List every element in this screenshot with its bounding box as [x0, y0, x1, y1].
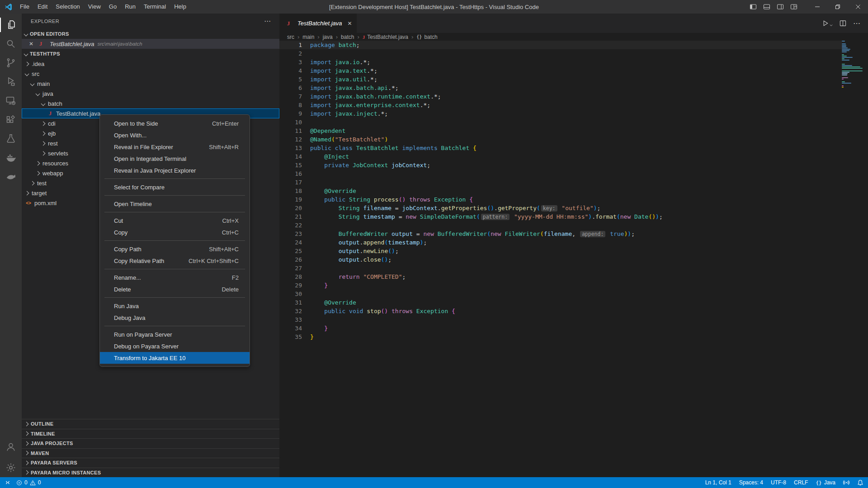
- context-menu-item-cut[interactable]: CutCtrl+X: [100, 215, 250, 226]
- breadcrumb-item[interactable]: {}batch: [416, 34, 437, 40]
- remote-indicator-icon[interactable]: [5, 479, 11, 486]
- run-button[interactable]: [822, 20, 833, 27]
- breadcrumb-item[interactable]: JTestBatchlet.java: [363, 34, 408, 40]
- status-eol[interactable]: CRLF: [794, 479, 808, 486]
- remote-explorer-icon[interactable]: [0, 91, 22, 110]
- status-notifications[interactable]: [857, 479, 863, 486]
- context-menu-item-reveal-in-java-project-explorer[interactable]: Reveal in Java Project Explorer: [100, 164, 250, 176]
- more-actions-icon[interactable]: ⋯: [853, 19, 861, 28]
- problems-indicator[interactable]: 0 0: [16, 479, 41, 486]
- context-menu-item-open-in-integrated-terminal[interactable]: Open in Integrated Terminal: [100, 153, 250, 164]
- toggle-sidebar-icon[interactable]: [748, 0, 759, 14]
- context-menu-item-run-on-payara-server[interactable]: Run on Payara Server: [100, 328, 250, 340]
- context-menu-item-open-timeline[interactable]: Open Timeline: [100, 198, 250, 210]
- bell-icon: [857, 479, 863, 486]
- context-menu-item-delete[interactable]: DeleteDelete: [100, 283, 250, 295]
- status-encoding[interactable]: UTF-8: [771, 479, 786, 486]
- tree-item-batch[interactable]: batch: [22, 99, 279, 108]
- menu-run[interactable]: Run: [121, 0, 140, 14]
- close-tab-icon[interactable]: ✕: [348, 20, 352, 27]
- close-editor-icon[interactable]: ✕: [28, 41, 34, 47]
- context-menu-item-copy[interactable]: CopyCtrl+C: [100, 226, 250, 238]
- context-menu-item-run-java[interactable]: Run Java: [100, 300, 250, 312]
- status-language[interactable]: {}Java: [816, 479, 835, 486]
- settings-icon[interactable]: [0, 458, 22, 477]
- tab-testbatchlet[interactable]: J TestBatchlet.java ✕: [279, 14, 357, 33]
- project-root-header[interactable]: TESTHTTPS: [22, 49, 279, 59]
- accounts-icon[interactable]: [0, 437, 22, 456]
- status-label: UTF-8: [771, 479, 786, 486]
- payara-icon[interactable]: [0, 167, 22, 186]
- code-text: import java.util.*;: [302, 75, 377, 84]
- minimize-button[interactable]: [807, 0, 827, 14]
- close-window-button[interactable]: [848, 0, 868, 14]
- menu-view[interactable]: View: [84, 0, 105, 14]
- menu-help[interactable]: Help: [170, 0, 190, 14]
- chevron-right-icon: [25, 191, 29, 195]
- open-editors-header[interactable]: OPEN EDITORS: [22, 29, 279, 39]
- menu-item-shortcut: Shift+Alt+R: [209, 144, 239, 150]
- explorer-more-actions-icon[interactable]: ⋯: [264, 17, 271, 25]
- customize-layout-icon[interactable]: [788, 0, 799, 14]
- breadcrumb-item[interactable]: java: [323, 34, 333, 40]
- split-editor-icon[interactable]: [840, 20, 846, 27]
- error-count: 0: [24, 479, 28, 486]
- section-payara-servers[interactable]: PAYARA SERVERS: [22, 458, 279, 468]
- context-menu-item-transform-to-jakarta-ee-10[interactable]: Transform to Jakarta EE 10: [100, 352, 250, 364]
- section-payara-micro-instances[interactable]: PAYARA MICRO INSTANCES: [22, 468, 279, 478]
- context-menu-item-debug-java[interactable]: Debug Java: [100, 312, 250, 324]
- menu-go[interactable]: Go: [105, 0, 121, 14]
- context-menu-item-copy-relative-path[interactable]: Copy Relative PathCtrl+K Ctrl+Shift+C: [100, 255, 250, 267]
- breadcrumb-separator-icon: ›: [357, 33, 359, 40]
- restore-button[interactable]: [827, 0, 848, 14]
- status-right: Ln 1, Col 1Spaces: 4UTF-8CRLF{}Java: [705, 479, 863, 486]
- tree-item-java[interactable]: java: [22, 89, 279, 99]
- section-maven[interactable]: MAVEN: [22, 448, 279, 458]
- code-line-14: 14 @Inject: [279, 152, 842, 161]
- braces-icon: {}: [816, 479, 821, 486]
- context-menu-item-copy-path[interactable]: Copy PathShift+Alt+C: [100, 243, 250, 255]
- toggle-panel-icon[interactable]: [761, 0, 772, 14]
- status-broadcast[interactable]: [843, 479, 849, 486]
- code-line-25: 25 output.newLine();: [279, 247, 842, 255]
- vscode-logo-icon: [5, 3, 12, 11]
- menu-item-label: Reveal in Java Project Explorer: [114, 167, 196, 174]
- open-editor-item[interactable]: ✕ J TestBatchlet.java src\main\java\batc…: [22, 39, 279, 49]
- source-control-icon[interactable]: [0, 53, 22, 72]
- menu-file[interactable]: File: [16, 0, 33, 14]
- run-debug-icon[interactable]: [0, 72, 22, 91]
- context-menu-item-select-for-compare[interactable]: Select for Compare: [100, 181, 250, 193]
- toggle-secondary-sidebar-icon[interactable]: [775, 0, 786, 14]
- context-menu-item-debug-on-payara-server[interactable]: Debug on Payara Server: [100, 340, 250, 352]
- section-timeline[interactable]: TIMELINE: [22, 429, 279, 439]
- context-menu-item-open-with[interactable]: Open With...: [100, 129, 250, 141]
- testing-icon[interactable]: [0, 129, 22, 148]
- status-indentation[interactable]: Spaces: 4: [739, 479, 763, 486]
- code-editor[interactable]: 1package batch;23import java.io.*;4impor…: [279, 41, 842, 477]
- breadcrumb-item[interactable]: src: [287, 34, 294, 40]
- tree-item-.idea[interactable]: .idea: [22, 59, 279, 69]
- docker-icon[interactable]: [0, 148, 22, 167]
- menu-selection[interactable]: Selection: [52, 0, 84, 14]
- files-icon[interactable]: [0, 15, 22, 34]
- tree-item-label: src: [32, 70, 39, 77]
- section-outline[interactable]: OUTLINE: [22, 419, 279, 429]
- section-java-projects[interactable]: JAVA PROJECTS: [22, 438, 279, 448]
- minimap[interactable]: [842, 41, 863, 88]
- menu-terminal[interactable]: Terminal: [140, 0, 170, 14]
- status-line-col[interactable]: Ln 1, Col 1: [705, 479, 731, 486]
- code-line-8: 8import javax.enterprise.context.*;: [279, 101, 842, 109]
- context-menu-item-rename[interactable]: Rename...F2: [100, 272, 250, 283]
- xml-file-icon: <>: [25, 201, 32, 206]
- breadcrumb-item[interactable]: batch: [341, 34, 354, 40]
- search-icon[interactable]: [0, 34, 22, 53]
- extensions-icon[interactable]: [0, 110, 22, 129]
- code-text: [302, 221, 310, 230]
- tree-item-main[interactable]: main: [22, 79, 279, 89]
- tree-item-src[interactable]: src: [22, 69, 279, 79]
- context-menu-item-reveal-in-file-explorer[interactable]: Reveal in File ExplorerShift+Alt+R: [100, 141, 250, 153]
- menu-edit[interactable]: Edit: [33, 0, 52, 14]
- context-menu-item-open-to-the-side[interactable]: Open to the SideCtrl+Enter: [100, 117, 250, 129]
- tree-item-label: pom.xml: [34, 200, 57, 206]
- breadcrumb-item[interactable]: main: [302, 34, 314, 40]
